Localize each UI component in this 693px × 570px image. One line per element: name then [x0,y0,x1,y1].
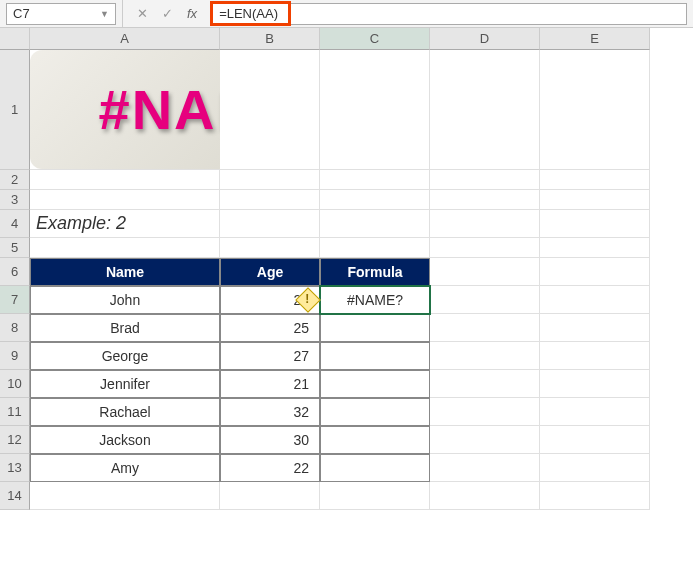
table-cell-age[interactable]: 21 [220,370,320,398]
cell[interactable] [320,190,430,210]
row-header-3[interactable]: 3 [0,190,30,210]
row-header-2[interactable]: 2 [0,170,30,190]
cell[interactable] [540,314,650,342]
col-header-B[interactable]: B [220,28,320,50]
selected-cell[interactable]: ! #NAME? [320,286,430,314]
cell[interactable] [430,286,540,314]
cell[interactable] [430,314,540,342]
cell[interactable] [540,286,650,314]
table-cell-age[interactable]: 22 [220,454,320,482]
cell[interactable] [220,50,320,170]
cell[interactable] [220,210,320,238]
row-header-4[interactable]: 4 [0,210,30,238]
table-cell-age[interactable]: 25 [220,314,320,342]
cell[interactable] [540,190,650,210]
cell[interactable] [430,190,540,210]
chevron-down-icon[interactable]: ▼ [100,9,109,19]
grid-row: 5 [0,238,693,258]
cell[interactable]: #NAME? ERROR [30,50,220,170]
cell[interactable] [320,50,430,170]
cell[interactable] [30,190,220,210]
table-cell-name[interactable]: George [30,342,220,370]
cell[interactable] [540,238,650,258]
table-cell-formula[interactable] [320,398,430,426]
row-header-5[interactable]: 5 [0,238,30,258]
grid-row: 1 #NAME? ERROR [0,50,693,170]
cell[interactable] [30,482,220,510]
select-all-corner[interactable] [0,28,30,50]
cell[interactable] [540,454,650,482]
cell[interactable] [540,258,650,286]
table-header-age[interactable]: Age [220,258,320,286]
cell[interactable] [430,398,540,426]
cell[interactable] [540,50,650,170]
row-header-1[interactable]: 1 [0,50,30,170]
table-cell-name[interactable]: John [30,286,220,314]
row-header-12[interactable]: 12 [0,426,30,454]
cell[interactable] [220,238,320,258]
name-box-value: C7 [13,6,30,21]
table-cell-formula[interactable] [320,342,430,370]
formula-bar[interactable]: =LEN(AA) [211,3,687,25]
cell[interactable] [540,170,650,190]
table-cell-name[interactable]: Jennifer [30,370,220,398]
col-header-C[interactable]: C [320,28,430,50]
row-header-7[interactable]: 7 [0,286,30,314]
cell[interactable] [430,342,540,370]
cell[interactable] [540,398,650,426]
cell[interactable] [430,238,540,258]
table-cell-name[interactable]: Rachael [30,398,220,426]
row-header-14[interactable]: 14 [0,482,30,510]
name-box[interactable]: C7 ▼ [6,3,116,25]
cell[interactable] [320,210,430,238]
table-cell-formula[interactable] [320,454,430,482]
table-cell-name[interactable]: Amy [30,454,220,482]
cell[interactable] [540,342,650,370]
cell[interactable] [430,50,540,170]
col-header-D[interactable]: D [430,28,540,50]
cell[interactable] [30,238,220,258]
cell[interactable] [540,426,650,454]
cell[interactable] [430,454,540,482]
cell[interactable] [220,482,320,510]
cell[interactable] [430,370,540,398]
grid-row: 8 Brad 25 [0,314,693,342]
cell[interactable] [220,190,320,210]
table-header-name[interactable]: Name [30,258,220,286]
cell[interactable] [430,258,540,286]
table-cell-formula[interactable] [320,370,430,398]
cell[interactable] [320,482,430,510]
row-header-11[interactable]: 11 [0,398,30,426]
col-header-A[interactable]: A [30,28,220,50]
grid-row: 6 Name Age Formula [0,258,693,286]
cell[interactable] [540,210,650,238]
table-cell-age[interactable]: 30 [220,426,320,454]
table-cell-formula[interactable] [320,426,430,454]
row-header-10[interactable]: 10 [0,370,30,398]
table-cell-age[interactable]: 32 [220,398,320,426]
cancel-icon[interactable]: ✕ [137,6,148,21]
cell[interactable]: Example: 2 [30,210,220,238]
row-header-13[interactable]: 13 [0,454,30,482]
cell[interactable] [30,170,220,190]
row-header-8[interactable]: 8 [0,314,30,342]
cell[interactable] [320,238,430,258]
table-cell-formula[interactable] [320,314,430,342]
col-header-E[interactable]: E [540,28,650,50]
cell[interactable] [220,170,320,190]
table-header-formula[interactable]: Formula [320,258,430,286]
table-cell-name[interactable]: Brad [30,314,220,342]
row-header-9[interactable]: 9 [0,342,30,370]
table-cell-age[interactable]: 27 [220,342,320,370]
cell[interactable] [320,170,430,190]
cell[interactable] [430,210,540,238]
cell[interactable] [430,426,540,454]
cell[interactable] [540,370,650,398]
fx-icon[interactable]: fx [187,6,197,21]
cell[interactable] [540,482,650,510]
cell[interactable] [430,482,540,510]
cell[interactable] [430,170,540,190]
table-cell-name[interactable]: Jackson [30,426,220,454]
confirm-icon[interactable]: ✓ [162,6,173,21]
row-header-6[interactable]: 6 [0,258,30,286]
